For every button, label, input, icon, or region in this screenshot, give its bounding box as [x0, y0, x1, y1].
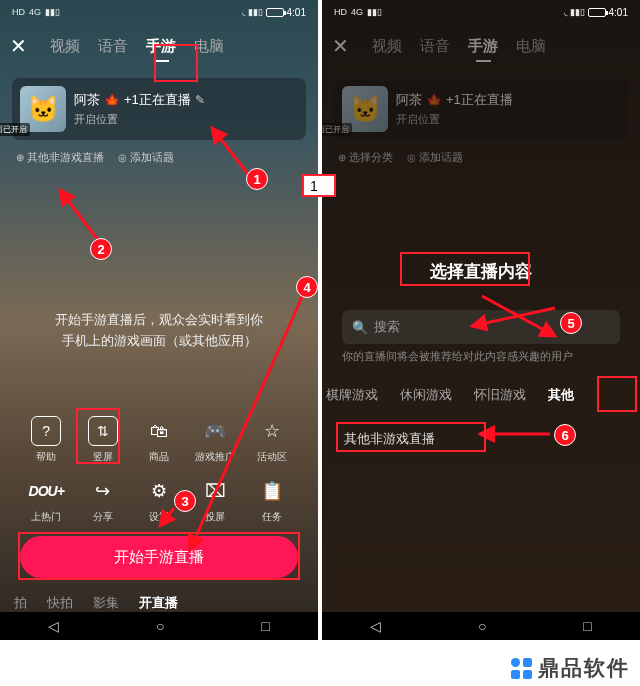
cat-other[interactable]: 其他: [548, 386, 574, 404]
net-icon: 4G: [29, 7, 41, 17]
back-icon[interactable]: ◁: [48, 618, 59, 634]
tag-row: ⊕选择分类 ◎添加话题: [322, 146, 640, 169]
close-icon[interactable]: ✕: [332, 34, 354, 58]
globe-icon: ⊕: [338, 152, 346, 163]
tool-settings[interactable]: ⚙设置: [134, 476, 184, 524]
tool-row-2: DOU+上热门 ↪分享 ⚙设置 ⌧投屏 📋任务: [0, 476, 318, 524]
tab-pc[interactable]: 电脑: [516, 37, 546, 56]
status-bar: HD 4G ▮▮▯ ◟ ▮▮▯ 4:01: [0, 0, 318, 24]
tool-activity[interactable]: ☆活动区: [247, 416, 297, 464]
room-subtitle[interactable]: 开启位置: [74, 112, 298, 127]
system-navbar: ◁ ○ □: [322, 612, 640, 640]
cat-retro[interactable]: 怀旧游戏: [474, 386, 526, 404]
room-suffix: +1正在直播: [124, 91, 191, 109]
tab-mobilegame[interactable]: 手游: [146, 37, 176, 56]
room-title[interactable]: 阿茶 🍁 +1正在直播 ✎: [74, 91, 298, 109]
cat-casual[interactable]: 休闲游戏: [400, 386, 452, 404]
target-icon: ◎: [118, 152, 127, 163]
tool-orientation[interactable]: ⇅竖屏: [78, 416, 128, 464]
phone-left: HD 4G ▮▮▯ ◟ ▮▮▯ 4:01 ✕ 视频 语音 手游 电脑 🐱 截图封…: [0, 0, 318, 640]
cell-icon: ▮▮▯: [248, 7, 263, 17]
help-icon: ?: [31, 416, 61, 446]
top-nav: ✕ 视频 语音 手游 电脑: [322, 24, 640, 68]
category-item-other-nongame[interactable]: 其他非游戏直播: [344, 430, 435, 448]
system-navbar: ◁ ○ □: [0, 612, 318, 640]
room-suffix: +1正在直播: [446, 91, 513, 109]
tab-mobilegame[interactable]: 手游: [468, 37, 498, 56]
gamepad-icon: 🎮: [200, 416, 230, 446]
btab-album[interactable]: 影集: [93, 594, 119, 612]
brand-text: 鼎品软件: [538, 654, 630, 682]
wifi-icon: ◟: [564, 7, 567, 17]
tool-product[interactable]: 🛍商品: [134, 416, 184, 464]
tab-video[interactable]: 视频: [372, 37, 402, 56]
modal-title: 选择直播内容: [322, 260, 640, 283]
avatar-tag: 截图封面已开启: [0, 123, 30, 136]
cast-icon: ⌧: [200, 476, 230, 506]
clock: 4:01: [287, 7, 306, 18]
home-icon[interactable]: ○: [478, 618, 486, 634]
recent-icon[interactable]: □: [583, 618, 591, 634]
gear-icon: ⚙: [144, 476, 174, 506]
badge-icon: 🍁: [426, 93, 442, 108]
clipboard-icon: 📋: [257, 476, 287, 506]
signal-icon: ▮▮▯: [367, 7, 382, 17]
description: 开始手游直播后，观众会实时看到你 手机上的游戏画面（或其他应用）: [0, 300, 318, 362]
cat-board[interactable]: 棋牌游戏: [326, 386, 378, 404]
cell-icon: ▮▮▯: [570, 7, 585, 17]
status-bar: HD 4G ▮▮▯ ◟ ▮▮▯ 4:01: [322, 0, 640, 24]
tool-task[interactable]: 📋任务: [247, 476, 297, 524]
star-icon: ☆: [257, 416, 287, 446]
room-card[interactable]: 🐱 截图封面已开启 阿茶 🍁 +1正在直播 开启位置: [334, 78, 628, 140]
tool-share[interactable]: ↪分享: [78, 476, 128, 524]
back-icon[interactable]: ◁: [370, 618, 381, 634]
tab-voice[interactable]: 语音: [98, 37, 128, 56]
tool-cast[interactable]: ⌧投屏: [190, 476, 240, 524]
topic-chip[interactable]: ◎添加话题: [118, 150, 174, 165]
edit-icon[interactable]: ✎: [195, 93, 205, 107]
room-subtitle[interactable]: 开启位置: [396, 112, 620, 127]
search-icon: 🔍: [352, 320, 368, 335]
dou-icon: DOU+: [31, 476, 61, 506]
btab-quick[interactable]: 快拍: [47, 594, 73, 612]
bag-icon: 🛍: [144, 416, 174, 446]
clock: 4:01: [609, 7, 628, 18]
close-icon[interactable]: ✕: [10, 34, 32, 58]
top-nav: ✕ 视频 语音 手游 电脑: [0, 24, 318, 68]
tool-dou[interactable]: DOU+上热门: [21, 476, 71, 524]
tab-video[interactable]: 视频: [50, 37, 80, 56]
wifi-icon: ◟: [242, 7, 245, 17]
battery-icon: [588, 8, 606, 17]
room-title[interactable]: 阿茶 🍁 +1正在直播: [396, 91, 620, 109]
recent-icon[interactable]: □: [261, 618, 269, 634]
start-stream-button[interactable]: 开始手游直播: [20, 536, 298, 578]
portrait-icon: ⇅: [88, 416, 118, 446]
search-placeholder: 搜索: [374, 318, 400, 336]
hd-icon: HD: [334, 7, 347, 17]
category-chip[interactable]: ⊕选择分类: [338, 150, 393, 165]
btab-shoot[interactable]: 拍: [14, 594, 27, 612]
signal-icon: ▮▮▯: [45, 7, 60, 17]
room-card[interactable]: 🐱 截图封面已开启 阿茶 🍁 +1正在直播 ✎ 开启位置: [12, 78, 306, 140]
search-hint: 你的直播间将会被推荐给对此内容感兴趣的用户: [342, 350, 620, 364]
search-input[interactable]: 🔍 搜索: [342, 310, 620, 344]
home-icon[interactable]: ○: [156, 618, 164, 634]
battery-icon: [266, 8, 284, 17]
tag-row: ⊕其他非游戏直播 ◎添加话题: [0, 146, 318, 169]
tool-gamepromo[interactable]: 🎮游戏推广: [190, 416, 240, 464]
target-icon: ◎: [407, 152, 416, 163]
topic-chip[interactable]: ◎添加话题: [407, 150, 463, 165]
category-tabs: 棋牌游戏 休闲游戏 怀旧游戏 其他: [322, 386, 640, 404]
tool-row-1: ?帮助 ⇅竖屏 🛍商品 🎮游戏推广 ☆活动区: [0, 416, 318, 464]
bottom-tabs: 拍 快拍 影集 开直播: [0, 594, 318, 612]
phone-right: HD 4G ▮▮▯ ◟ ▮▮▯ 4:01 ✕ 视频 语音 手游 电脑 🐱 截图封…: [322, 0, 640, 640]
watermark: 鼎品软件: [511, 654, 630, 682]
tab-pc[interactable]: 电脑: [194, 37, 224, 56]
tab-voice[interactable]: 语音: [420, 37, 450, 56]
tool-help[interactable]: ?帮助: [21, 416, 71, 464]
room-name: 阿茶: [74, 91, 100, 109]
btab-live[interactable]: 开直播: [139, 594, 178, 612]
avatar-tag: 截图封面已开启: [322, 123, 352, 136]
net-icon: 4G: [351, 7, 363, 17]
category-chip[interactable]: ⊕其他非游戏直播: [16, 150, 104, 165]
